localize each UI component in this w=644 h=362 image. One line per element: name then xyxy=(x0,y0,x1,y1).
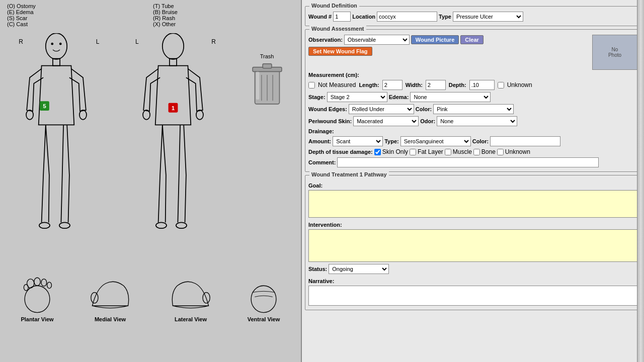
wound-number-input[interactable] xyxy=(333,12,351,22)
muscle-label: Muscle xyxy=(453,148,472,155)
narrative-textarea[interactable] xyxy=(308,286,637,306)
type-select[interactable]: Pressure Ulcer Wound Skin Tear Burn xyxy=(453,12,523,22)
not-measured-checkbox[interactable] xyxy=(308,82,315,88)
svg-rect-11 xyxy=(170,59,177,66)
skin-only-checkbox[interactable] xyxy=(374,149,381,155)
wound-picture-button[interactable]: Wound Picture xyxy=(411,35,459,44)
type-label: Type xyxy=(439,14,451,20)
front-figure: R L xyxy=(16,33,104,300)
comment-label: Comment: xyxy=(308,159,336,165)
plantar-label: Plantar View xyxy=(15,316,60,322)
comment-input[interactable] xyxy=(337,157,599,167)
location-input[interactable] xyxy=(377,12,437,22)
stage-label: Stage: xyxy=(308,94,326,100)
status-label: Status: xyxy=(308,266,327,272)
dtype-label: Type: xyxy=(384,138,399,144)
observation-select[interactable]: Observable Not Observable xyxy=(344,35,410,45)
svg-text:5: 5 xyxy=(43,103,47,109)
intervention-textarea[interactable] xyxy=(308,229,637,262)
fat-layer-label: Fat Layer xyxy=(418,148,443,155)
goal-label: Goal: xyxy=(308,183,349,189)
trash-label: Trash xyxy=(260,53,274,59)
right-panel: Wound Definition Wound # Location Type P… xyxy=(302,0,644,362)
dtype-select[interactable]: SeroSanguineot Serous Sanguineous Purule… xyxy=(400,136,471,146)
wound-definition-section: Wound Definition Wound # Location Type P… xyxy=(305,6,641,26)
lateral-label: Lateral View xyxy=(160,316,221,322)
muscle-checkbox[interactable] xyxy=(445,149,451,155)
wound-assessment-section: Wound Assessment Observation: Observable… xyxy=(305,29,641,172)
legend-cast: (C) Cast xyxy=(7,21,148,27)
svg-point-5 xyxy=(59,222,70,228)
unknown2-label: Unknown xyxy=(505,148,530,155)
dcolor-input[interactable] xyxy=(490,136,560,146)
not-measured-label: Not Measured xyxy=(318,81,356,88)
depth-label: Depth: xyxy=(449,82,466,88)
svg-text:1: 1 xyxy=(172,105,175,111)
svg-point-14 xyxy=(156,222,167,228)
front-right-label: L xyxy=(96,38,100,45)
wound-treatment-title: Wound Treatment 1 Pathway xyxy=(309,171,389,177)
svg-point-6 xyxy=(51,43,54,45)
wound-edges-select[interactable]: Rolled Under Attached Unattached xyxy=(349,104,414,114)
legend-other: (X) Other xyxy=(153,21,294,27)
scrollbar[interactable] xyxy=(637,0,644,362)
legend-rash: (R) Rash xyxy=(153,15,294,21)
legend-ostomy: (O) Ostomy xyxy=(7,3,148,9)
bone-label: Bone xyxy=(481,148,496,155)
amount-select[interactable]: Scant Minimal Moderate Heavy xyxy=(333,136,383,146)
color-select[interactable]: Pink Red Yellow Black xyxy=(433,104,514,114)
fat-layer-checkbox[interactable] xyxy=(410,149,416,155)
trash-section: Trash xyxy=(250,53,285,300)
back-right-label: R xyxy=(211,38,216,45)
front-left-label: R xyxy=(19,38,23,45)
svg-point-7 xyxy=(59,43,62,45)
periwound-skin-select[interactable]: Macerated Intact Erythema xyxy=(353,116,419,126)
width-label: Width: xyxy=(406,82,423,88)
location-label: Location xyxy=(352,14,375,20)
wound-assessment-title: Wound Assessment xyxy=(309,26,366,32)
depth-tissue-label: Depth of tissue damage: xyxy=(308,149,373,155)
goal-textarea[interactable] xyxy=(308,190,637,218)
wound-number-label: Wound # xyxy=(308,14,332,20)
odor-select[interactable]: None Mild Moderate xyxy=(437,116,517,126)
back-body-svg[interactable]: 1 xyxy=(133,33,213,234)
svg-point-4 xyxy=(39,222,50,228)
photo-line1: No xyxy=(612,47,618,52)
unknown-checkbox[interactable] xyxy=(498,82,504,88)
length-input[interactable] xyxy=(382,80,403,90)
photo-line2: Photo xyxy=(608,52,621,58)
bone-checkbox[interactable] xyxy=(473,149,480,155)
skin-only-label: Skin Only xyxy=(382,148,408,155)
medial-label: Medial View xyxy=(80,316,140,322)
left-panel: (O) Ostomy (E) Edema (S) Scar (C) Cast (… xyxy=(0,0,302,362)
odor-label: Odor: xyxy=(420,118,435,124)
set-wound-flag-button[interactable]: Set New Wound Flag xyxy=(308,47,372,56)
front-body-svg[interactable]: 5 xyxy=(16,33,97,234)
legend-scar: (S) Scar xyxy=(7,15,148,21)
svg-point-12 xyxy=(143,110,150,120)
back-left-label: L xyxy=(135,38,139,45)
drainage-title: Drainage: xyxy=(308,128,334,134)
svg-rect-24 xyxy=(256,71,259,100)
svg-point-3 xyxy=(79,110,87,120)
back-figure: L R xyxy=(133,33,221,300)
svg-point-2 xyxy=(26,110,33,120)
status-select[interactable]: Ongoing Resolved Discontinued xyxy=(329,264,389,274)
unknown2-checkbox[interactable] xyxy=(497,149,504,155)
dcolor-label: Color: xyxy=(472,138,489,144)
edema-select[interactable]: None Mild Moderate xyxy=(410,92,491,102)
width-input[interactable] xyxy=(426,80,446,90)
svg-point-10 xyxy=(163,33,184,59)
observation-label: Observation: xyxy=(308,37,343,43)
depth-input[interactable] xyxy=(469,80,495,90)
svg-point-13 xyxy=(196,110,203,120)
svg-point-0 xyxy=(46,33,67,59)
measurement-title: Measurement (cm): xyxy=(308,72,359,78)
legend-bruise: (B) Bruise xyxy=(153,9,294,15)
clear-button[interactable]: Clear xyxy=(460,35,484,44)
legend-edema: (E) Edema xyxy=(7,9,148,15)
wound-definition-title: Wound Definition xyxy=(309,3,359,9)
photo-placeholder: No Photo xyxy=(592,35,637,70)
trash-icon[interactable] xyxy=(250,59,285,110)
stage-select[interactable]: Stage 2 Stage 1 Stage 3 Stage 4 xyxy=(327,92,387,102)
